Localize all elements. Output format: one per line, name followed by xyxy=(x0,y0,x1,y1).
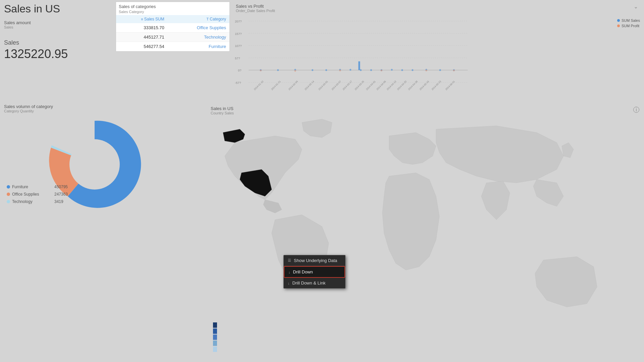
svg-text:2014-02-14: 2014-02-14 xyxy=(304,80,315,91)
donut-legend-item: Furniture 450795 xyxy=(7,185,68,189)
sales-volume-sublabel: Category Quantity xyxy=(4,109,202,113)
svg-text:107?: 107? xyxy=(235,44,242,48)
sales-amount-sublabel: Sales xyxy=(4,25,105,29)
donut-legend-dot xyxy=(7,200,10,203)
categories-table-container: Sales of categories Sales Category ≡Sale… xyxy=(116,2,230,52)
info-icon[interactable]: i xyxy=(633,107,639,113)
drill-down-link-label: Drill Down & Link xyxy=(292,280,326,286)
donut-legend-value: 247363 xyxy=(54,192,68,197)
world-map-svg xyxy=(208,116,639,357)
map-colorbar xyxy=(213,322,217,352)
colorbar-medium-dark xyxy=(213,328,217,334)
svg-point-29 xyxy=(260,69,262,71)
legend-sum-profit: SUM Profit xyxy=(617,24,640,28)
col-category-header[interactable]: TCategory xyxy=(168,15,229,23)
sales-amount-widget: Sales amount Sales Sales 1325220.95 xyxy=(4,20,105,61)
svg-text:2014-05-16: 2014-05-16 xyxy=(419,80,430,91)
svg-text:2014-03-07: 2014-03-07 xyxy=(331,80,341,91)
svg-rect-28 xyxy=(358,61,360,70)
donut-legend-name: Furniture xyxy=(12,185,46,189)
donut-legend-name: Technology xyxy=(12,199,46,204)
legend-sales-dot xyxy=(617,19,620,22)
map-title: Sales in US xyxy=(208,104,639,111)
svg-text:157?: 157? xyxy=(235,32,242,36)
svg-text:2014-04-13: 2014-04-13 xyxy=(386,80,397,91)
drill-down-item[interactable]: ↓ Drill Down xyxy=(284,266,345,278)
sales-label: Sales xyxy=(4,39,105,46)
svg-text:2014-04-01: 2014-04-01 xyxy=(365,80,376,91)
sales-cell: 546277.54 xyxy=(116,42,168,51)
category-cell: Technology xyxy=(168,33,229,42)
donut-legend-value: 3419 xyxy=(54,199,63,204)
svg-text:2014-01-21: 2014-01-21 xyxy=(270,80,281,91)
donut-legend-item: Technology 3419 xyxy=(7,199,68,204)
svg-point-16 xyxy=(325,69,327,71)
svg-point-31 xyxy=(339,69,341,71)
legend-sum-sales: SUM Sales xyxy=(617,18,640,22)
svg-point-18 xyxy=(350,69,351,70)
svg-text:2014-03-25: 2014-03-25 xyxy=(354,80,365,91)
chart-legend: SUM Sales SUM Profit xyxy=(617,18,640,28)
chart-area: 207? 157? 107? 57? 0? -57? xyxy=(233,14,475,95)
col-sales-header[interactable]: ≡Sales SUM xyxy=(116,15,168,23)
svg-text:2014-04-20: 2014-04-20 xyxy=(396,80,407,91)
svg-point-23 xyxy=(401,69,403,71)
page-title: Sales in US xyxy=(4,3,60,15)
donut-legend-dot xyxy=(7,185,10,189)
drill-down-link-icon: ↓ xyxy=(288,281,290,285)
sales-profit-chart: Sales vs Profit Order_Date Sales Profit … xyxy=(233,2,475,101)
donut-legend-value: 450795 xyxy=(54,185,68,189)
svg-text:2014-01-10: 2014-01-10 xyxy=(253,80,264,91)
categories-table-title: Sales of categories xyxy=(116,2,229,10)
sales-profit-subtitle: Order_Date Sales Profit xyxy=(233,9,475,14)
collapse-icon[interactable]: ⌄ xyxy=(634,3,638,10)
svg-point-33 xyxy=(425,69,427,71)
table-row: 546277.54 Furniture xyxy=(116,42,229,51)
svg-text:2014-03-01: 2014-03-01 xyxy=(318,80,328,91)
svg-text:2014-06-01: 2014-06-01 xyxy=(445,80,455,91)
svg-point-15 xyxy=(312,69,313,71)
sales-volume-widget: Sales volumn of category Category Quanti… xyxy=(4,104,202,268)
show-data-icon: ☰ xyxy=(288,258,291,263)
svg-text:207?: 207? xyxy=(235,20,242,23)
donut-legend-dot xyxy=(7,193,10,196)
show-underlying-data-label: Show Underlying Data xyxy=(294,258,337,263)
svg-text:2014-04-28: 2014-04-28 xyxy=(408,80,418,91)
sales-profit-title: Sales vs Profit xyxy=(233,2,475,9)
svg-point-19 xyxy=(360,69,362,71)
colorbar-dark xyxy=(213,322,217,328)
colorbar-medium xyxy=(213,334,217,340)
sales-amount-label: Sales amount xyxy=(4,20,105,25)
category-cell: Furniture xyxy=(168,42,229,51)
sales-big-number: 1325220.95 xyxy=(4,47,105,61)
category-cell: Office Supplies xyxy=(168,23,229,33)
context-menu: ☰ Show Underlying Data ↓ Drill Down ↓ Dr… xyxy=(283,255,345,289)
map-widget[interactable]: Sales in US Country Sales xyxy=(208,104,639,362)
svg-text:2014-04-06: 2014-04-06 xyxy=(376,80,386,91)
svg-point-34 xyxy=(453,69,455,71)
categories-table-subtitle: Sales Category xyxy=(116,10,229,15)
legend-profit-dot xyxy=(617,24,620,27)
svg-point-24 xyxy=(412,69,413,71)
drill-down-label: Drill Down xyxy=(293,269,313,274)
colorbar-very-light xyxy=(213,347,217,352)
sales-cell: 445127.71 xyxy=(116,33,168,42)
categories-table: ≡Sales SUM TCategory 333815.70 Office Su… xyxy=(116,15,229,51)
drill-down-link-item[interactable]: ↓ Drill Down & Link xyxy=(284,278,345,288)
donut-legend-name: Office Supplies xyxy=(12,192,46,197)
donut-legend-item: Office Supplies 247363 xyxy=(7,192,68,197)
sales-cell: 333815.70 xyxy=(116,23,168,33)
svg-point-51 xyxy=(69,139,120,190)
svg-text:0?: 0? xyxy=(238,69,241,72)
legend-sales-label: SUM Sales xyxy=(622,18,640,22)
table-row: 445127.71 Technology xyxy=(116,33,229,42)
svg-point-22 xyxy=(391,69,393,70)
svg-text:2014-02-04: 2014-02-04 xyxy=(288,80,299,91)
show-underlying-data-item[interactable]: ☰ Show Underlying Data xyxy=(284,255,345,266)
svg-point-32 xyxy=(381,69,382,71)
sales-volume-label: Sales volumn of category xyxy=(4,104,202,109)
svg-point-20 xyxy=(370,69,372,71)
drill-down-icon: ↓ xyxy=(288,270,290,274)
legend-profit-label: SUM Profit xyxy=(622,24,639,28)
svg-text:2014-03-17: 2014-03-17 xyxy=(342,80,353,91)
